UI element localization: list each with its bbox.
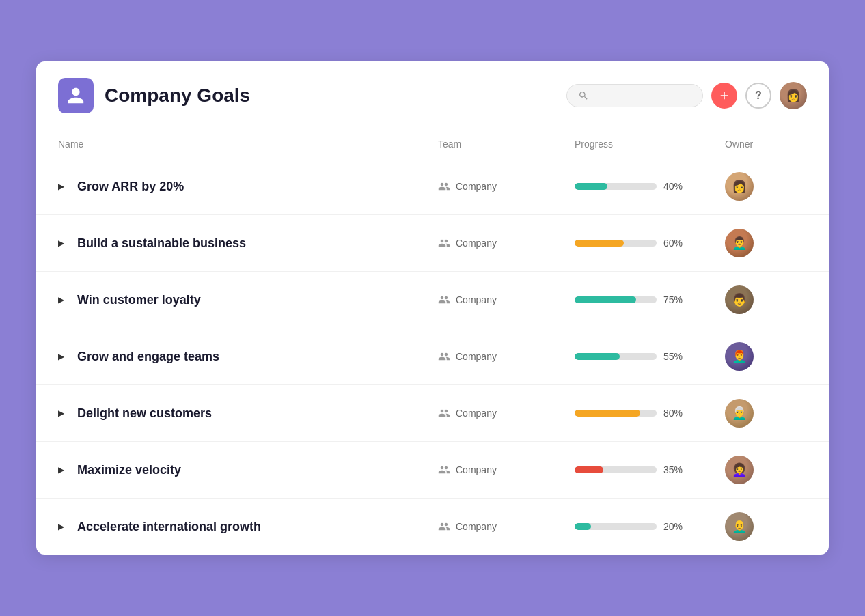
owner-avatar: 👩	[725, 172, 754, 201]
goal-name-text: Grow and engage teams	[77, 350, 219, 364]
goal-name-text: Maximize velocity	[77, 463, 181, 477]
expand-arrow-icon[interactable]: ▶	[58, 522, 69, 531]
search-bar[interactable]	[566, 84, 703, 107]
table-header: Name Team Progress Owner	[36, 130, 829, 158]
progress-percentage: 60%	[663, 238, 688, 249]
row-name-cell: ▶ Build a sustainable business	[58, 236, 438, 251]
team-cell: Company	[438, 464, 575, 476]
table-row: ▶ Grow and engage teams Company 55% 👨‍🦰	[36, 328, 829, 385]
col-progress-header: Progress	[575, 139, 725, 150]
team-cell: Company	[438, 294, 575, 306]
search-icon	[578, 90, 589, 101]
progress-cell: 40%	[575, 181, 725, 192]
avatar-face: 👩‍🦱	[725, 456, 754, 484]
team-cell: Company	[438, 180, 575, 193]
team-cell: Company	[438, 407, 575, 419]
owner-cell: 👨‍🦱	[725, 229, 807, 257]
expand-arrow-icon[interactable]: ▶	[58, 352, 69, 361]
goal-name-text: Accelerate international growth	[77, 520, 261, 534]
table-body: ▶ Grow ARR by 20% Company 40% 👩	[36, 158, 829, 555]
progress-bar-background	[575, 296, 657, 303]
owner-cell: 👨‍🦳	[725, 399, 807, 428]
owner-cell: 👨‍🦲	[725, 512, 807, 541]
progress-bar-fill	[575, 410, 640, 417]
avatar-face: 👩	[725, 172, 754, 201]
app-icon	[58, 78, 94, 113]
progress-percentage: 75%	[663, 294, 688, 305]
expand-arrow-icon[interactable]: ▶	[58, 295, 69, 305]
progress-bar-background	[575, 466, 657, 473]
progress-percentage: 80%	[663, 408, 688, 419]
progress-cell: 55%	[575, 351, 725, 362]
owner-cell: 👨‍🦰	[725, 342, 807, 371]
row-name-cell: ▶ Grow ARR by 20%	[58, 180, 438, 194]
owner-avatar: 👨	[725, 285, 754, 314]
row-name-cell: ▶ Maximize velocity	[58, 463, 438, 477]
owner-avatar: 👩‍🦱	[725, 456, 754, 484]
expand-arrow-icon[interactable]: ▶	[58, 182, 69, 191]
progress-bar-background	[575, 353, 657, 360]
table-row: ▶ Grow ARR by 20% Company 40% 👩	[36, 158, 829, 215]
progress-percentage: 40%	[663, 181, 688, 192]
owner-avatar: 👨‍🦳	[725, 399, 754, 428]
table-row: ▶ Accelerate international growth Compan…	[36, 499, 829, 555]
owner-cell: 👨	[725, 285, 807, 314]
owner-cell: 👩‍🦱	[725, 456, 807, 484]
progress-bar-background	[575, 240, 657, 247]
row-name-cell: ▶ Grow and engage teams	[58, 350, 438, 364]
row-name-cell: ▶ Delight new customers	[58, 406, 438, 421]
progress-bar-fill	[575, 183, 607, 190]
avatar-face: 👨‍🦳	[725, 399, 754, 428]
team-name: Company	[456, 464, 497, 475]
page-header: Company Goals ? 👩	[36, 61, 829, 130]
table-row: ▶ Delight new customers Company 80% 👨‍🦳	[36, 385, 829, 442]
progress-bar-background	[575, 523, 657, 530]
avatar-face: 👨‍🦰	[725, 342, 754, 371]
user-avatar[interactable]: 👩	[780, 82, 807, 109]
avatar-face: 👨‍🦲	[725, 512, 754, 541]
table-row: ▶ Win customer loyalty Company 75% 👨	[36, 272, 829, 328]
progress-bar-fill	[575, 466, 603, 473]
add-button[interactable]	[711, 83, 737, 109]
progress-percentage: 55%	[663, 351, 688, 362]
progress-percentage: 35%	[663, 464, 688, 475]
team-name: Company	[456, 408, 497, 419]
team-cell: Company	[438, 237, 575, 249]
goal-name-text: Build a sustainable business	[77, 236, 246, 251]
search-input[interactable]	[594, 90, 691, 101]
page-background: Company Goals ? 👩	[0, 0, 865, 616]
team-name: Company	[456, 294, 497, 305]
progress-bar-fill	[575, 353, 620, 360]
progress-bar-background	[575, 410, 657, 417]
team-name: Company	[456, 238, 497, 249]
col-owner-header: Owner	[725, 139, 807, 150]
goal-name-text: Grow ARR by 20%	[77, 180, 184, 194]
avatar-face: 👨	[725, 285, 754, 314]
owner-avatar: 👨‍🦱	[725, 229, 754, 257]
progress-percentage: 20%	[663, 521, 688, 532]
table-row: ▶ Build a sustainable business Company 6…	[36, 215, 829, 272]
avatar-face: 👨‍🦱	[725, 229, 754, 257]
progress-cell: 20%	[575, 521, 725, 532]
progress-cell: 80%	[575, 408, 725, 419]
team-name: Company	[456, 181, 497, 192]
expand-arrow-icon[interactable]: ▶	[58, 408, 69, 418]
page-title: Company Goals	[105, 85, 555, 107]
expand-arrow-icon[interactable]: ▶	[58, 465, 69, 475]
team-cell: Company	[438, 350, 575, 363]
progress-cell: 75%	[575, 294, 725, 305]
main-card: Company Goals ? 👩	[36, 61, 829, 555]
owner-cell: 👩	[725, 172, 807, 201]
help-button[interactable]: ?	[745, 83, 771, 109]
progress-cell: 35%	[575, 464, 725, 475]
row-name-cell: ▶ Accelerate international growth	[58, 520, 438, 534]
team-name: Company	[456, 351, 497, 362]
col-team-header: Team	[438, 139, 575, 150]
progress-bar-fill	[575, 523, 591, 530]
table-row: ▶ Maximize velocity Company 35% 👩‍🦱	[36, 442, 829, 499]
expand-arrow-icon[interactable]: ▶	[58, 238, 69, 248]
owner-avatar: 👨‍🦰	[725, 342, 754, 371]
progress-cell: 60%	[575, 238, 725, 249]
goal-name-text: Delight new customers	[77, 406, 212, 421]
goal-name-text: Win customer loyalty	[77, 293, 201, 307]
